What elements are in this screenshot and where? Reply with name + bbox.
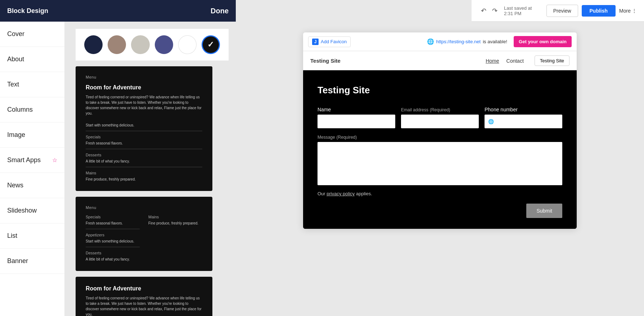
card3-title: Room for Adventure [86,285,202,292]
nav-link-contact[interactable]: Contact [506,58,524,64]
swatch-navy[interactable] [84,35,103,54]
card1-desserts-title: Desserts [86,153,202,157]
site-nav: Testing Site Home Contact Testing Site [303,51,577,70]
sidebar-item-label: About [7,55,24,63]
card1-desserts-item: A little bit of what you fancy. [86,159,202,163]
redo-button[interactable]: ↷ [490,5,500,16]
sidebar-item-image[interactable]: Image [0,123,64,148]
card1-mains-item: Fine produce, freshly prepared. [86,177,202,181]
form-row-2: Message (Required) [318,134,562,185]
name-input[interactable] [318,115,395,128]
undo-button[interactable]: ↶ [479,5,488,16]
add-favicon-button[interactable]: J Add Favicon [308,36,351,47]
sidebar-item-banner[interactable]: Banner [0,249,64,274]
preview-button[interactable]: Preview [546,5,578,17]
done-button[interactable]: Done [211,7,229,15]
submit-button[interactable]: Submit [526,204,562,218]
undo-redo-group: ↶ ↷ [479,5,500,16]
design-card-1[interactable]: Menu Room for Adventure Tired of feeling… [76,66,212,191]
sidebar-item-about[interactable]: About [0,47,64,72]
phone-label: Phone number [485,107,562,112]
domain-info: 🌐 https://testing-site.net is available!… [427,36,572,47]
sidebar-item-label: Slideshow [7,207,37,214]
card2-appetizers-title: Appetizers [86,233,140,237]
sidebar-item-text[interactable]: Text [0,72,64,97]
browser-frame: J Add Favicon 🌐 https://testing-site.net… [303,32,577,229]
globe-icon: 🌐 [427,38,434,45]
privacy-text: Our privacy policy applies. [318,191,562,196]
content-area: Cover About Text Columns Image Smart App… [0,22,236,316]
sidebar-item-label: Banner [7,257,28,265]
message-required: (Required) [337,135,357,140]
site-page-title: Testing Site [318,85,562,96]
phone-input-wrapper[interactable]: 🌐 ▾ [485,115,562,128]
main-layout: Block Design Done Cover About Text Colum… [0,0,644,316]
sidebar-item-cover[interactable]: Cover [0,22,64,47]
designs-panel: Menu Room for Adventure Tired of feeling… [65,22,236,316]
email-input[interactable] [401,115,479,128]
card2-desserts-item: A little bit of what you fancy. [86,257,140,261]
star-icon: ☆ [52,157,57,164]
swatch-black-selected[interactable] [202,35,220,54]
sidebar-item-label: Columns [7,106,33,114]
form-group-message: Message (Required) [318,134,562,185]
domain-url: https://testing-site.net [436,39,481,44]
site-logo: Testing Site [310,58,341,64]
publish-button[interactable]: Publish [582,5,616,17]
form-group-name: Name [318,107,395,128]
card2-desserts-title: Desserts [86,251,140,255]
card1-mains-title: Mains [86,171,202,175]
favicon-icon: J [312,39,319,45]
site-preview: Testing Site Home Contact Testing Site T… [303,51,577,229]
get-own-domain-button[interactable]: Get your own domain [514,36,572,47]
saved-status: Last saved at 2:31 PM [504,5,539,16]
card1-title: Room for Adventure [86,84,202,91]
left-header: Block Design Done [0,0,236,22]
sidebar-item-smart-apps[interactable]: Smart Apps ☆ [0,148,64,173]
sidebar-item-label: Image [7,131,25,139]
card1-menu-label: Menu [86,75,202,79]
more-chevron-icon: ⋮ [632,8,637,14]
swatch-light-gray[interactable] [131,35,149,54]
card2-appetizers-item: Start with something delicious. [86,239,140,243]
sidebar-item-label: Smart Apps [7,156,41,164]
card2-specials-item: Fresh seasonal flavors. [86,221,140,225]
sidebar-item-list[interactable]: List [0,223,64,249]
form-group-phone: Phone number 🌐 ▾ [485,107,562,128]
swatch-white[interactable] [178,35,197,54]
form-group-email: Email address (Required) [401,107,479,128]
card2-mains-title: Mains [148,215,202,219]
swatch-taupe[interactable] [108,35,126,54]
sidebar-item-label: Text [7,81,19,88]
phone-chevron-icon: ▾ [495,120,497,124]
sidebar-nav: Cover About Text Columns Image Smart App… [0,22,65,316]
right-panel: ↶ ↷ Last saved at 2:31 PM Preview Publis… [236,0,644,316]
design-card-3[interactable]: Room for Adventure Tired of feeling corn… [76,277,212,316]
form-row-1: Name Email address (Required) [318,107,562,128]
sidebar-item-columns[interactable]: Columns [0,97,64,123]
card2-specials-title: Specials [86,215,140,219]
sidebar-item-label: Cover [7,30,24,38]
design-card-2[interactable]: Menu Specials Fresh seasonal flavors. Ap… [76,197,212,271]
swatch-indigo[interactable] [155,35,173,54]
privacy-policy-link[interactable]: privacy policy [326,191,355,196]
card1-specials-title: Specials [86,135,202,139]
sidebar-item-news[interactable]: News [0,173,64,198]
message-label: Message (Required) [318,134,562,140]
card2-mains-item: Fine produce, freshly prepared. [148,221,202,225]
card3-desc: Tired of feeling cornered or uninspired?… [86,295,202,316]
top-bar: ↶ ↷ Last saved at 2:31 PM Preview Publis… [472,0,644,22]
domain-available-text: is available! [483,39,507,44]
nav-link-home[interactable]: Home [486,58,499,64]
sidebar-item-slideshow[interactable]: Slideshow [0,198,64,223]
site-nav-cta-button[interactable]: Testing Site [535,55,569,66]
message-textarea[interactable] [318,142,562,185]
email-required: (Required) [430,107,450,112]
top-bar-actions: Preview Publish More ⋮ [546,5,637,17]
more-label: More [619,8,631,14]
sidebar-item-label: List [7,232,17,240]
phone-flag-icon: 🌐 [488,119,494,124]
site-content: Testing Site Name Email address (Require… [303,70,577,229]
name-label: Name [318,107,395,112]
more-button[interactable]: More ⋮ [619,8,637,14]
